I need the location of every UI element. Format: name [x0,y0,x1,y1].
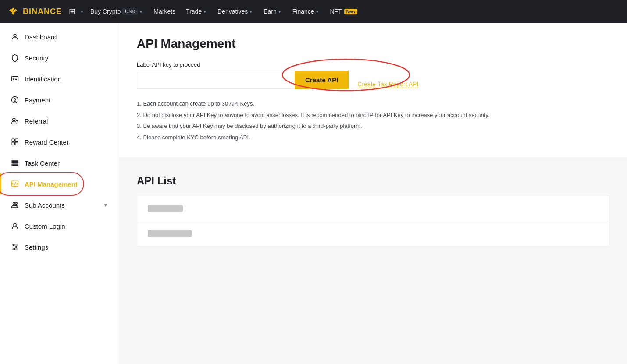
api-key-input[interactable] [137,71,295,89]
sidebar-item-dashboard[interactable]: Dashboard [0,26,119,47]
page-title: API Management [137,37,609,51]
svg-point-1 [14,34,16,37]
person-plus-icon [11,117,19,125]
nav-markets[interactable]: Markets [149,0,180,23]
create-tax-report-api-button[interactable]: Create Tax Report API [357,81,418,88]
svg-point-19 [14,248,15,250]
sidebar-label-payment: Payment [25,96,50,104]
sidebar-item-reward-center[interactable]: Reward Center [0,131,119,152]
sidebar-label-security: Security [25,54,48,62]
svg-rect-7 [15,139,18,141]
earn-arrow: ▼ [278,9,282,14]
sidebar-label-dashboard: Dashboard [25,33,57,41]
create-api-button[interactable]: Create API [295,71,349,89]
api-key-blurred-1 [148,205,183,212]
svg-rect-10 [12,160,18,161]
sidebar-label-settings: Settings [25,244,48,251]
main-content: API Management Label API key to proceed … [119,23,627,364]
grid-apps-icon[interactable]: ⊞ [69,7,75,16]
nav-trade[interactable]: Trade ▼ [182,0,211,23]
api-key-blurred-2 [148,230,192,237]
sidebar-item-identification[interactable]: Identification [0,68,119,89]
derivatives-arrow: ▼ [249,9,253,14]
svg-point-3 [13,78,14,80]
nav-nft[interactable]: NFT New [325,0,362,23]
svg-rect-12 [12,164,18,165]
person-icon [11,32,19,41]
api-note-1: 1. Each account can create up to 30 API … [137,99,609,108]
dollar-circle-icon [11,95,19,104]
sidebar-label-api-management: API Management [25,180,78,188]
group-icon [11,201,19,209]
logo-text: BINANCE [23,7,62,16]
logo[interactable]: BINANCE [7,5,62,18]
sidebar-label-reward-center: Reward Center [25,138,69,146]
nav-earn[interactable]: Earn ▼ [259,0,286,23]
nft-new-badge: New [344,9,358,14]
sidebar-label-referral: Referral [25,117,48,125]
nav-buy-crypto[interactable]: Buy Crypto USD ▼ [86,0,147,23]
sliders-icon [11,243,19,251]
finance-arrow: ▼ [315,9,320,14]
api-list [137,196,609,246]
api-notes: 1. Each account can create up to 30 API … [137,99,609,141]
sidebar-label-custom-login: Custom Login [25,223,65,230]
sidebar-label-sub-accounts: Sub Accounts [25,201,65,209]
table-row[interactable] [137,196,609,221]
buy-crypto-arrow: ▼ [139,9,143,14]
sidebar-item-api-management[interactable]: API Management [0,173,119,194]
sidebar-item-task-center[interactable]: Task Center [0,152,119,173]
api-management-section: API Management Label API key to proceed … [119,23,627,161]
trade-arrow: ▼ [203,9,207,14]
topnav: BINANCE ⊞ ▼ Buy Crypto USD ▼ Markets Tra… [0,0,627,23]
id-card-icon [11,74,19,83]
sidebar-item-security[interactable]: Security [0,47,119,68]
shield-icon [11,53,19,62]
svg-rect-6 [12,139,14,141]
list-icon [11,159,19,167]
svg-point-14 [13,202,15,205]
api-key-label: Label API key to proceed [137,61,609,68]
api-note-4: 4. Please complete KYC before creating A… [137,133,609,142]
svg-point-5 [13,118,15,121]
sidebar: Dashboard Security Identification Paymen… [0,23,119,364]
api-icon [11,180,19,188]
sub-accounts-chevron: ▼ [103,202,108,208]
svg-point-18 [16,247,17,248]
apps-dropdown-arrow[interactable]: ▼ [80,9,84,14]
table-row[interactable] [137,221,609,246]
nav-finance[interactable]: Finance ▼ [288,0,324,23]
sidebar-label-identification: Identification [25,75,61,83]
reward-icon [11,138,19,146]
sidebar-item-settings[interactable]: Settings [0,237,119,258]
nav-derivatives[interactable]: Derivatives ▼ [213,0,257,23]
svg-point-17 [13,244,14,246]
svg-point-15 [15,202,18,205]
svg-rect-11 [12,163,18,163]
sidebar-item-payment[interactable]: Payment [0,89,119,110]
api-note-3: 3. Be aware that your API Key may be dis… [137,122,609,131]
svg-rect-8 [12,142,14,145]
person-outline-icon [11,222,19,230]
svg-point-16 [14,223,16,226]
layout: Dashboard Security Identification Paymen… [0,23,627,364]
svg-rect-9 [15,142,18,145]
sidebar-item-referral[interactable]: Referral [0,110,119,131]
api-note-2: 2. Do not disclose your API Key to anyon… [137,111,609,120]
sidebar-item-sub-accounts[interactable]: Sub Accounts ▼ [0,194,119,216]
usd-badge: USD [122,8,138,15]
create-btn-wrap: Create API [295,71,349,89]
sidebar-label-task-center: Task Center [25,159,60,167]
api-list-section: API List [119,161,627,260]
api-list-title: API List [137,175,609,187]
sidebar-item-custom-login[interactable]: Custom Login [0,216,119,237]
